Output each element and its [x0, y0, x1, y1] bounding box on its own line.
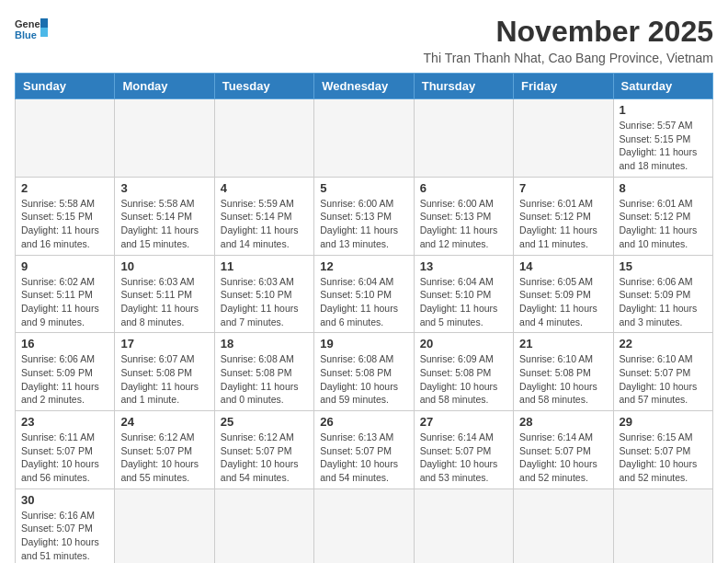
calendar-cell: 5Sunrise: 6:00 AM Sunset: 5:13 PM Daylig… [314, 177, 414, 255]
calendar-cell [514, 488, 613, 563]
svg-text:Blue: Blue [15, 29, 37, 40]
day-number: 11 [221, 259, 308, 273]
day-number: 19 [320, 337, 407, 350]
month-title: November 2025 [424, 15, 713, 49]
calendar-cell: 3Sunrise: 5:58 AM Sunset: 5:14 PM Daylig… [115, 177, 214, 255]
calendar-cell: 1Sunrise: 5:57 AM Sunset: 5:15 PM Daylig… [613, 99, 712, 178]
calendar-cell: 13Sunrise: 6:04 AM Sunset: 5:10 PM Dayli… [414, 255, 513, 333]
calendar-cell [613, 488, 712, 563]
calendar-cell: 23Sunrise: 6:11 AM Sunset: 5:07 PM Dayli… [16, 411, 115, 489]
day-info: Sunrise: 6:14 AM Sunset: 5:07 PM Dayligh… [519, 431, 607, 485]
day-info: Sunrise: 6:10 AM Sunset: 5:08 PM Dayligh… [519, 352, 607, 407]
day-info: Sunrise: 6:16 AM Sunset: 5:07 PM Dayligh… [21, 509, 108, 563]
day-number: 2 [21, 181, 108, 195]
day-info: Sunrise: 6:14 AM Sunset: 5:07 PM Dayligh… [420, 431, 507, 485]
day-info: Sunrise: 6:03 AM Sunset: 5:10 PM Dayligh… [221, 275, 308, 329]
day-info: Sunrise: 6:05 AM Sunset: 5:09 PM Dayligh… [519, 275, 607, 329]
day-info: Sunrise: 6:00 AM Sunset: 5:13 PM Dayligh… [420, 197, 507, 251]
day-info: Sunrise: 6:12 AM Sunset: 5:07 PM Dayligh… [221, 431, 308, 485]
calendar-cell: 25Sunrise: 6:12 AM Sunset: 5:07 PM Dayli… [214, 411, 313, 489]
day-number: 10 [120, 259, 208, 273]
day-info: Sunrise: 6:08 AM Sunset: 5:08 PM Dayligh… [221, 352, 308, 407]
day-number: 21 [519, 337, 607, 350]
calendar-cell: 2Sunrise: 5:58 AM Sunset: 5:15 PM Daylig… [16, 177, 115, 255]
day-info: Sunrise: 6:06 AM Sunset: 5:09 PM Dayligh… [21, 352, 108, 407]
calendar-cell: 9Sunrise: 6:02 AM Sunset: 5:11 PM Daylig… [16, 255, 115, 333]
calendar-cell [214, 99, 313, 178]
day-info: Sunrise: 6:08 AM Sunset: 5:08 PM Dayligh… [320, 352, 407, 407]
calendar-cell: 20Sunrise: 6:09 AM Sunset: 5:08 PM Dayli… [414, 333, 513, 411]
day-info: Sunrise: 6:01 AM Sunset: 5:12 PM Dayligh… [620, 197, 707, 251]
day-number: 23 [21, 415, 108, 429]
weekday-header-friday: Friday [514, 74, 613, 99]
calendar: SundayMondayTuesdayWednesdayThursdayFrid… [15, 73, 713, 563]
day-number: 27 [420, 415, 507, 429]
calendar-cell: 12Sunrise: 6:04 AM Sunset: 5:10 PM Dayli… [314, 255, 414, 333]
day-number: 17 [120, 337, 208, 350]
day-number: 22 [620, 337, 707, 350]
calendar-cell: 11Sunrise: 6:03 AM Sunset: 5:10 PM Dayli… [214, 255, 313, 333]
calendar-cell [115, 488, 214, 563]
day-number: 1 [620, 103, 707, 117]
day-number: 24 [120, 415, 208, 429]
calendar-cell [414, 488, 513, 563]
day-number: 13 [420, 259, 507, 273]
day-number: 6 [420, 181, 507, 195]
day-info: Sunrise: 6:11 AM Sunset: 5:07 PM Dayligh… [21, 431, 108, 485]
calendar-cell: 21Sunrise: 6:10 AM Sunset: 5:08 PM Dayli… [514, 333, 613, 411]
day-number: 30 [21, 493, 108, 507]
svg-marker-3 [40, 28, 48, 37]
day-info: Sunrise: 6:10 AM Sunset: 5:07 PM Dayligh… [620, 352, 707, 407]
day-number: 29 [620, 415, 707, 429]
calendar-cell: 30Sunrise: 6:16 AM Sunset: 5:07 PM Dayli… [16, 488, 115, 563]
day-number: 5 [320, 181, 407, 195]
day-info: Sunrise: 6:13 AM Sunset: 5:07 PM Dayligh… [320, 431, 407, 485]
calendar-cell: 7Sunrise: 6:01 AM Sunset: 5:12 PM Daylig… [514, 177, 613, 255]
calendar-cell [115, 99, 214, 178]
weekday-header-thursday: Thursday [414, 74, 513, 99]
day-number: 12 [320, 259, 407, 273]
day-number: 4 [221, 181, 308, 195]
calendar-cell: 10Sunrise: 6:03 AM Sunset: 5:11 PM Dayli… [115, 255, 214, 333]
weekday-header-tuesday: Tuesday [214, 74, 313, 99]
calendar-cell: 24Sunrise: 6:12 AM Sunset: 5:07 PM Dayli… [115, 411, 214, 489]
weekday-header-monday: Monday [115, 74, 214, 99]
day-info: Sunrise: 6:12 AM Sunset: 5:07 PM Dayligh… [120, 431, 208, 485]
day-info: Sunrise: 5:58 AM Sunset: 5:15 PM Dayligh… [21, 197, 108, 251]
calendar-cell: 19Sunrise: 6:08 AM Sunset: 5:08 PM Dayli… [314, 333, 414, 411]
day-info: Sunrise: 6:06 AM Sunset: 5:09 PM Dayligh… [620, 275, 707, 329]
calendar-cell: 16Sunrise: 6:06 AM Sunset: 5:09 PM Dayli… [16, 333, 115, 411]
calendar-cell [16, 99, 115, 178]
day-number: 16 [21, 337, 108, 350]
day-info: Sunrise: 5:59 AM Sunset: 5:14 PM Dayligh… [221, 197, 308, 251]
day-info: Sunrise: 6:04 AM Sunset: 5:10 PM Dayligh… [420, 275, 507, 329]
subtitle: Thi Tran Thanh Nhat, Cao Bang Province, … [424, 51, 713, 65]
calendar-cell [414, 99, 513, 178]
calendar-cell: 22Sunrise: 6:10 AM Sunset: 5:07 PM Dayli… [613, 333, 712, 411]
day-number: 9 [21, 259, 108, 273]
weekday-header-wednesday: Wednesday [314, 74, 414, 99]
calendar-cell: 26Sunrise: 6:13 AM Sunset: 5:07 PM Dayli… [314, 411, 414, 489]
day-info: Sunrise: 6:03 AM Sunset: 5:11 PM Dayligh… [120, 275, 208, 329]
calendar-cell [214, 488, 313, 563]
calendar-cell [314, 488, 414, 563]
day-number: 7 [519, 181, 607, 195]
calendar-cell: 4Sunrise: 5:59 AM Sunset: 5:14 PM Daylig… [214, 177, 313, 255]
day-number: 15 [620, 259, 707, 273]
weekday-header-sunday: Sunday [16, 74, 115, 99]
day-number: 26 [320, 415, 407, 429]
day-number: 8 [620, 181, 707, 195]
day-info: Sunrise: 6:15 AM Sunset: 5:07 PM Dayligh… [620, 431, 707, 485]
day-info: Sunrise: 6:04 AM Sunset: 5:10 PM Dayligh… [320, 275, 407, 329]
calendar-cell: 27Sunrise: 6:14 AM Sunset: 5:07 PM Dayli… [414, 411, 513, 489]
calendar-cell: 6Sunrise: 6:00 AM Sunset: 5:13 PM Daylig… [414, 177, 513, 255]
day-number: 18 [221, 337, 308, 350]
calendar-cell: 17Sunrise: 6:07 AM Sunset: 5:08 PM Dayli… [115, 333, 214, 411]
logo: General Blue [15, 15, 48, 40]
calendar-cell: 18Sunrise: 6:08 AM Sunset: 5:08 PM Dayli… [214, 333, 313, 411]
weekday-header-saturday: Saturday [613, 74, 712, 99]
day-info: Sunrise: 5:57 AM Sunset: 5:15 PM Dayligh… [620, 119, 707, 173]
calendar-cell [514, 99, 613, 178]
svg-marker-2 [40, 18, 48, 28]
calendar-cell: 28Sunrise: 6:14 AM Sunset: 5:07 PM Dayli… [514, 411, 613, 489]
